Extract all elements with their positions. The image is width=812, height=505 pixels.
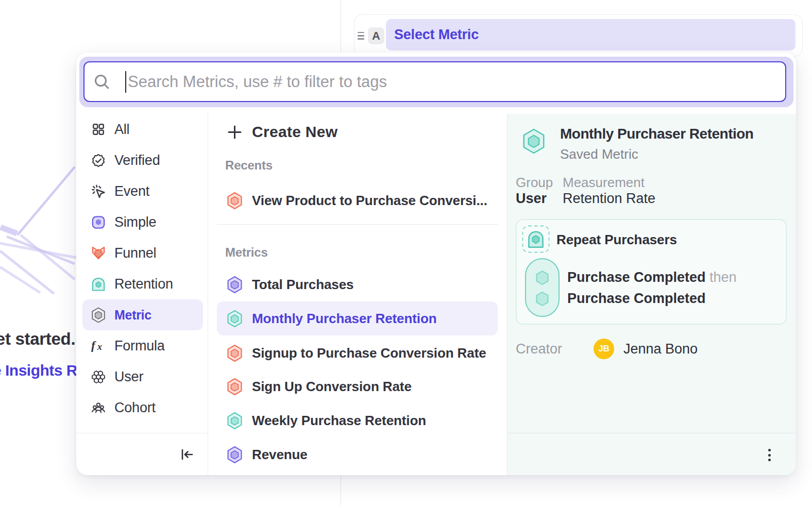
svg-text:x: x <box>97 341 102 352</box>
svg-text:f: f <box>91 339 96 352</box>
